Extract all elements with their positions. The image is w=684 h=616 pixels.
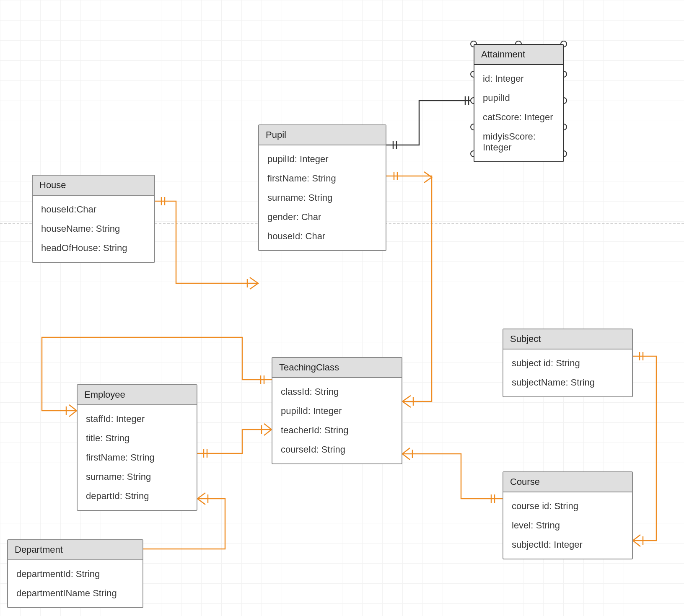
- field[interactable]: courseId: String: [279, 440, 395, 459]
- field[interactable]: course id: String: [510, 497, 625, 516]
- field[interactable]: departmentIName String: [15, 584, 136, 603]
- field[interactable]: pupilId: [481, 88, 556, 108]
- diagram-canvas[interactable]: House houseId:Char houseName: String hea…: [0, 0, 684, 616]
- field[interactable]: departmentId: String: [15, 564, 136, 584]
- field[interactable]: headOfHouse: String: [39, 238, 148, 258]
- entity-header[interactable]: Subject: [503, 329, 632, 349]
- field[interactable]: classId: String: [279, 382, 395, 401]
- entity-department[interactable]: Department departmentId: String departme…: [7, 539, 143, 608]
- entity-header[interactable]: House: [33, 176, 154, 196]
- field[interactable]: subject id: String: [510, 354, 625, 373]
- field[interactable]: houseName: String: [39, 219, 148, 238]
- field[interactable]: subjectName: String: [510, 373, 625, 392]
- entity-pupil[interactable]: Pupil pupilId: Integer firstName: String…: [258, 124, 386, 251]
- field[interactable]: teacherId: String: [279, 421, 395, 440]
- field[interactable]: surname: String: [84, 467, 190, 487]
- field[interactable]: catScore: Integer: [481, 108, 556, 127]
- entity-header[interactable]: Attainment: [474, 45, 563, 65]
- entity-header[interactable]: Department: [8, 540, 142, 560]
- field[interactable]: id: Integer: [481, 69, 556, 88]
- field[interactable]: firstName: String: [84, 448, 190, 467]
- field[interactable]: midyisScore: Integer: [481, 127, 556, 157]
- field[interactable]: firstName: String: [266, 169, 379, 188]
- field[interactable]: departId: String: [84, 487, 190, 506]
- field[interactable]: houseId: Char: [266, 227, 379, 246]
- entity-attainment[interactable]: Attainment id: Integer pupilId catScore:…: [474, 44, 564, 162]
- entity-house[interactable]: House houseId:Char houseName: String hea…: [32, 175, 155, 263]
- entity-header[interactable]: TeachingClass: [272, 358, 402, 378]
- field[interactable]: surname: String: [266, 188, 379, 207]
- entity-subject[interactable]: Subject subject id: String subjectName: …: [503, 329, 633, 397]
- entity-header[interactable]: Course: [503, 472, 632, 492]
- field[interactable]: staffId: Integer: [84, 409, 190, 429]
- entity-course[interactable]: Course course id: String level: String s…: [503, 471, 633, 559]
- field[interactable]: gender: Char: [266, 207, 379, 227]
- field[interactable]: pupilId: Integer: [279, 401, 395, 421]
- field[interactable]: houseId:Char: [39, 200, 148, 219]
- entity-header[interactable]: Pupil: [259, 125, 386, 145]
- entity-teaching-class[interactable]: TeachingClass classId: String pupilId: I…: [272, 357, 402, 464]
- field[interactable]: level: String: [510, 516, 625, 535]
- entity-header[interactable]: Employee: [78, 385, 197, 405]
- entity-employee[interactable]: Employee staffId: Integer title: String …: [77, 384, 197, 511]
- field[interactable]: pupilId: Integer: [266, 150, 379, 169]
- field[interactable]: subjectId: Integer: [510, 535, 625, 554]
- field[interactable]: title: String: [84, 429, 190, 448]
